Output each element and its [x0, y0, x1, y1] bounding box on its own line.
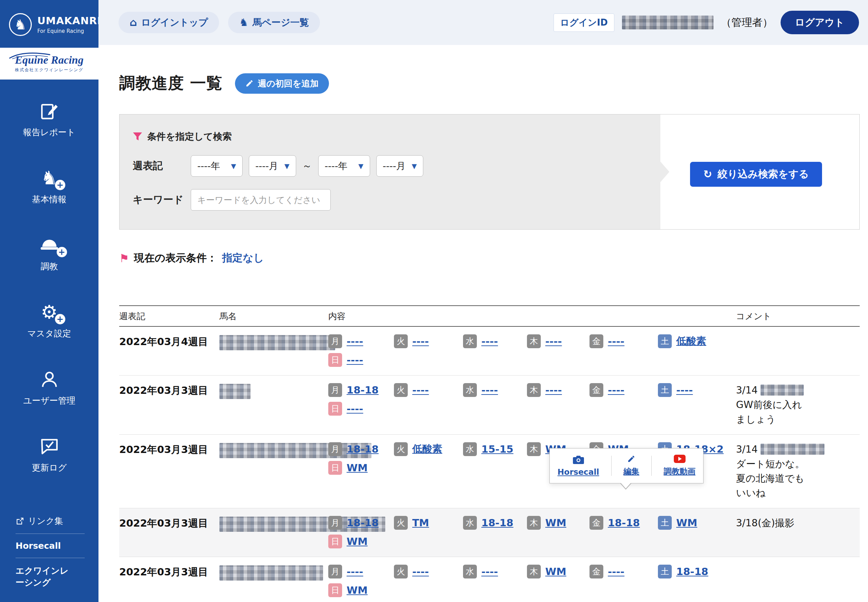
tue-value-link[interactable]: ----: [412, 335, 429, 347]
day-cell-fri: 金 ----: [589, 564, 658, 579]
sidebar-item-horsecall[interactable]: Horsecall: [15, 536, 98, 556]
sun-badge: 日: [328, 402, 342, 416]
wed-value-link[interactable]: ----: [481, 566, 498, 577]
sun-value-link[interactable]: WM: [347, 584, 367, 596]
thu-value-link[interactable]: WM: [545, 566, 566, 577]
horse-name-cell: [219, 382, 328, 399]
popup-horsecall-link[interactable]: Horsecall: [554, 455, 603, 476]
brand-subtitle: 株式会社エクワインレーシング: [15, 67, 84, 73]
sun-value-link[interactable]: ----: [347, 403, 363, 415]
role-label: （管理者）: [721, 15, 773, 30]
sat-value-link[interactable]: 低酸素: [676, 334, 706, 348]
wed-badge: 水: [463, 334, 477, 348]
sat-badge: 土: [658, 383, 672, 397]
tue-value-link[interactable]: 低酸素: [412, 442, 442, 456]
week-label: 2022年03月4週目: [119, 334, 219, 349]
sidebar-item-report[interactable]: 報告レポート: [0, 100, 98, 139]
horse-name-redacted: [219, 384, 251, 399]
wed-value-link[interactable]: 18-18: [481, 517, 513, 529]
horse-name-redacted: [219, 335, 335, 350]
sun-value-link[interactable]: WM: [347, 536, 367, 547]
popup-divider: [651, 456, 652, 476]
table-row: 2022年03月3週目 月 ---- 日 WM 火 ---- 水 --: [119, 557, 860, 602]
day-cell-tue: 火 ----: [394, 382, 463, 398]
mon-value-link[interactable]: 18-18: [347, 517, 379, 529]
horse-name-cell: [219, 564, 328, 580]
year-from-select[interactable]: ----年 ▼: [191, 155, 243, 177]
tue-value-link[interactable]: ----: [412, 384, 429, 396]
day-cell-sun: 日 ----: [328, 352, 394, 367]
nav-label: 馬ページ一覧: [253, 16, 309, 29]
sun-value-link[interactable]: WM: [347, 462, 367, 474]
popup-edit-link[interactable]: 編集: [620, 455, 643, 477]
sidebar: ♞ UMAKANRI For Equine Racing Equine Raci…: [0, 0, 98, 602]
fri-value-link[interactable]: 18-18: [608, 517, 640, 529]
sidebar-item-label: Horsecall: [15, 541, 61, 551]
nav-horse-list-button[interactable]: ♞ 馬ページ一覧: [228, 12, 320, 33]
horse-icon: ♞ +: [41, 167, 57, 189]
sidebar-item-basic-info[interactable]: ♞ + 基本情報: [0, 167, 98, 206]
mon-value-link[interactable]: ----: [347, 566, 363, 577]
update-log-icon: [40, 436, 60, 457]
thu-value-link[interactable]: ----: [545, 335, 562, 347]
sidebar-item-link-collection[interactable]: リンク集: [15, 510, 98, 531]
content-area: ⌂ ログイントップ ♞ 馬ページ一覧 ログインID （管理者） ログアウト 調教…: [98, 0, 868, 602]
week-content-cell: 月 ---- 日 ---- 火 ---- 水 ---- 木 ----: [328, 334, 736, 367]
wed-value-link[interactable]: ----: [481, 335, 498, 347]
search-panel-title: 条件を指定して検索: [147, 131, 232, 143]
nav-login-top-button[interactable]: ⌂ ログイントップ: [118, 12, 219, 33]
equine-racing-logo[interactable]: Equine Racing 株式会社エクワインレーシング: [0, 48, 98, 80]
fri-value-link[interactable]: ----: [608, 566, 625, 577]
sat-value-link[interactable]: WM: [676, 517, 697, 529]
comment-cell: 3/14GW前後に入れましょう: [736, 382, 860, 427]
thu-value-link[interactable]: ----: [545, 384, 562, 396]
keyword-input[interactable]: [191, 189, 331, 210]
fri-value-link[interactable]: ----: [608, 335, 625, 347]
gear-icon: ⚙ +: [41, 301, 57, 323]
add-week-button[interactable]: 週の初回を追加: [235, 73, 329, 94]
mon-value-link[interactable]: ----: [347, 335, 363, 347]
month-to-select[interactable]: ----月 ▼: [376, 155, 424, 177]
day-cell-mon: 月 ----: [328, 564, 394, 579]
fri-badge: 金: [589, 334, 603, 348]
day-cell-wed: 水 ----: [463, 334, 527, 349]
flag-icon: ⚑: [119, 253, 129, 264]
fri-value-link[interactable]: ----: [608, 384, 625, 396]
status-value-link[interactable]: 指定なし: [222, 251, 264, 265]
filter-search-button[interactable]: ↻ 絞り込み検索をする: [690, 162, 822, 187]
thu-value-link[interactable]: WM: [545, 517, 566, 529]
sidebar-item-user-management[interactable]: ユーザー管理: [0, 369, 98, 407]
sat-value-link[interactable]: 18-18: [676, 566, 708, 577]
sidebar-item-label: 報告レポート: [23, 127, 76, 138]
sat-value-link[interactable]: ----: [676, 384, 693, 396]
wed-value-link[interactable]: 15-15: [481, 443, 513, 455]
table-row: 2022年03月3週目 月 18-18 日 ---- 火 ---- 水: [119, 376, 860, 435]
thu-badge: 木: [527, 516, 541, 530]
popup-training-video-link[interactable]: 調教動画: [660, 455, 699, 477]
day-cell-mon: 月 18-18: [328, 442, 394, 457]
login-id-label: ログインID: [554, 14, 614, 32]
month-from-select[interactable]: ----月 ▼: [249, 155, 296, 177]
tue-value-link[interactable]: ----: [412, 566, 429, 577]
sun-value-link[interactable]: ----: [347, 354, 363, 366]
mon-value-link[interactable]: 18-18: [347, 384, 379, 396]
plus-badge-icon: +: [57, 247, 67, 257]
wed-value-link[interactable]: ----: [481, 384, 498, 396]
mon-value-link[interactable]: 18-18: [347, 443, 379, 455]
horse-name-cell: [219, 334, 328, 350]
day-cell-wed: 水 ----: [463, 564, 527, 579]
sidebar-item-equine-racing[interactable]: エクワインレーシング: [15, 560, 98, 593]
sidebar-item-master-settings[interactable]: ⚙ + マスタ設定: [0, 301, 98, 340]
tue-value-link[interactable]: TM: [412, 517, 429, 529]
sidebar-item-update-log[interactable]: 更新ログ: [0, 436, 98, 475]
horse-logo-icon: ♞: [9, 13, 32, 36]
chevron-down-icon: ▼: [358, 162, 363, 170]
sidebar-item-label: 基本情報: [32, 194, 67, 205]
week-label: 2022年03月3週目: [119, 442, 219, 457]
day-cell-wed: 水 18-18: [463, 515, 527, 530]
year-to-select[interactable]: ----年 ▼: [318, 155, 370, 177]
sidebar-item-training[interactable]: + 調教: [0, 235, 98, 273]
app-logo[interactable]: ♞ UMAKANRI For Equine Racing: [0, 0, 98, 48]
logout-button[interactable]: ログアウト: [781, 11, 859, 34]
tue-badge: 火: [394, 565, 408, 579]
